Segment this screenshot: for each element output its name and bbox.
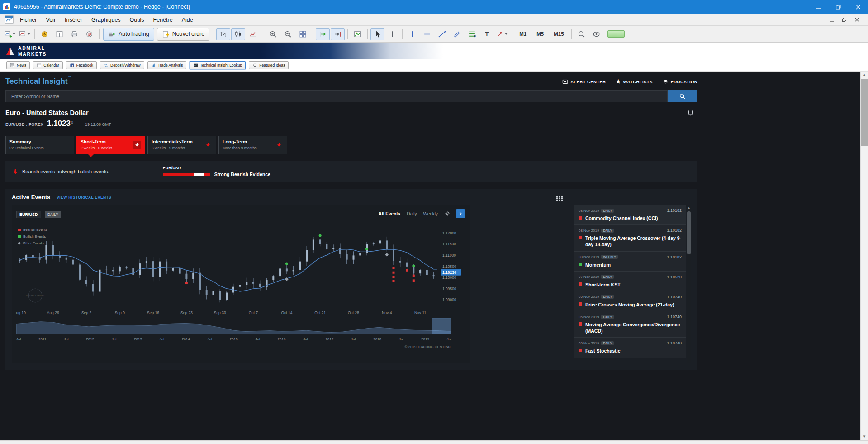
page-scrollbar[interactable]: ▲ ▼ (860, 72, 868, 440)
event-item[interactable]: 05 Nov 2019DAILY1.10740Fast Stochastic (574, 338, 686, 358)
chart-frequency-tag[interactable]: DAILY (45, 211, 61, 218)
trendline-button[interactable] (435, 28, 449, 40)
indicators-button[interactable] (351, 28, 365, 40)
fibonacci-button[interactable]: F (465, 28, 479, 40)
bottom-scroll-strip[interactable] (0, 440, 868, 444)
term-card-short-term[interactable]: Short-Term2 weeks - 6 weeks (76, 136, 145, 154)
event-item[interactable]: 05 Nov 2019DAILY1.10740Moving Average Co… (574, 311, 686, 338)
tab-trade-analysis[interactable]: Trade Analysis (147, 61, 186, 69)
event-item[interactable]: 08 Nov 2019WEEKLY1.10182Momentum (574, 252, 686, 272)
community-button[interactable] (589, 28, 603, 40)
candlestick-button[interactable] (231, 28, 245, 40)
menu-aide[interactable]: Aide (177, 15, 198, 25)
tab-technical-insight-lookup[interactable]: Technical Insight Lookup (190, 61, 246, 69)
timeframe-m15-button[interactable]: M15 (550, 29, 568, 39)
technical-insight-page: Technical Insight™ ALERT CENTER★WATCHLIS… (0, 72, 860, 440)
menu-voir[interactable]: Voir (42, 15, 61, 25)
auto-scroll-button[interactable] (316, 28, 330, 40)
channel-button[interactable] (450, 28, 464, 40)
window-close-button[interactable] (848, 0, 868, 14)
event-item[interactable]: 08 Nov 2019DAILY1.10182Triple Moving Ave… (574, 225, 686, 251)
minimap-chart[interactable] (16, 318, 451, 334)
collapse-events-button[interactable] (456, 209, 465, 218)
facebook-icon: f (70, 63, 75, 68)
mdi-minimize-button[interactable] (825, 15, 837, 24)
event-date: 07 Nov 2019 (579, 275, 599, 279)
grid-view-icon[interactable] (556, 195, 563, 200)
tab-deposit-withdraw[interactable]: Deposit/Withdraw (100, 61, 144, 69)
menu-graphiques[interactable]: Graphiques (87, 15, 125, 25)
menu-fen-tre[interactable]: Fenêtre (149, 15, 177, 25)
dropdown-caret-icon[interactable] (13, 33, 15, 35)
tab-facebook[interactable]: fFacebook (66, 61, 97, 69)
view-historical-events-link[interactable]: VIEW HISTORICAL EVENTS (57, 195, 111, 200)
mdi-close-button[interactable] (851, 15, 863, 24)
filter-weekly[interactable]: Weekly (423, 211, 438, 216)
vertical-line-button[interactable] (405, 28, 419, 40)
filter-all-events[interactable]: All Events (379, 211, 400, 216)
term-card-long-term[interactable]: Long-TermMore than 9 months (218, 136, 287, 154)
line-chart-button[interactable] (246, 28, 260, 40)
filter-daily[interactable]: Daily (407, 211, 417, 216)
data-window-button[interactable] (52, 28, 66, 40)
window-minimize-button[interactable] (808, 0, 828, 14)
events-scroll-up-icon[interactable]: ▲ (687, 205, 691, 209)
events-scrollbar-thumb[interactable] (687, 211, 691, 254)
dropdown-caret-icon[interactable] (505, 33, 508, 35)
tab-featured-ideas[interactable]: Featured Ideas (249, 61, 289, 69)
menu-fichier[interactable]: Fichier (15, 15, 42, 25)
market-watch-button[interactable]: $ (38, 28, 52, 40)
ti-lookup-icon (193, 63, 198, 68)
cursor-button[interactable] (370, 28, 384, 40)
events-scrollbar[interactable]: ▲ (687, 205, 691, 363)
tab-calendar[interactable]: Calendar (33, 61, 63, 69)
arrows-button[interactable] (495, 28, 509, 40)
term-card-summary[interactable]: Summary22 Technical Events (5, 136, 74, 154)
nav-education[interactable]: EDUCATION (663, 78, 697, 85)
event-item[interactable]: 05 Nov 2019DAILY1.10740Price Crosses Mov… (574, 291, 686, 311)
print-button[interactable] (67, 28, 81, 40)
text-button[interactable]: T (480, 28, 494, 40)
alert-bell-icon[interactable] (687, 109, 694, 116)
event-price: 1.10740 (667, 295, 682, 299)
term-selector: Summary22 Technical EventsShort-Term2 we… (5, 136, 697, 154)
term-range: 2 weeks - 6 weeks (81, 146, 141, 150)
chart-settings-icon[interactable] (444, 210, 451, 217)
zoom-out-button[interactable] (281, 28, 295, 40)
horizontal-line-button[interactable] (420, 28, 434, 40)
menu-outils[interactable]: Outils (125, 15, 149, 25)
event-item[interactable]: 07 Nov 2019DAILY1.10520Short-term KST (574, 272, 686, 291)
mdi-restore-button[interactable] (838, 15, 850, 24)
page-scroll-up-icon[interactable]: ▲ (861, 72, 868, 79)
tile-windows-button[interactable] (296, 28, 310, 40)
new-chart-button[interactable] (3, 28, 17, 40)
timeframe-m1-button[interactable]: M1 (515, 29, 531, 39)
zoom-in-button[interactable] (266, 28, 280, 40)
search-button[interactable] (574, 28, 588, 40)
event-item[interactable]: 08 Nov 2019DAILY1.10182Commodity Channel… (574, 205, 686, 225)
nav-alert-center[interactable]: ALERT CENTER (562, 78, 606, 85)
crosshair-button[interactable] (385, 28, 399, 40)
vertical-line-icon (408, 30, 416, 38)
profiles-button[interactable] (18, 28, 32, 40)
term-card-intermediate-term[interactable]: Intermediate-Term6 weeks - 9 months (147, 136, 216, 154)
nouvel-ordre-button[interactable]: Nouvel ordre (157, 28, 210, 41)
minimap-label: Jul (303, 337, 308, 341)
dropdown-caret-icon[interactable] (28, 33, 30, 35)
tester-button[interactable] (82, 28, 96, 40)
nav-watchlists[interactable]: ★WATCHLISTS (616, 78, 652, 85)
price-chart[interactable]: 1.120001.115001.110001.105001.100001.095… (16, 220, 465, 318)
page-scrollbar-thumb[interactable] (861, 79, 868, 146)
instrument-name: Euro - United States Dollar (5, 109, 89, 116)
window-restore-button[interactable] (828, 0, 848, 14)
timeframe-m5-button[interactable]: M5 (532, 29, 548, 39)
chart-shift-button[interactable] (331, 28, 345, 40)
menu-ins-rer[interactable]: Insérer (60, 15, 87, 25)
bar-chart-button[interactable] (216, 28, 230, 40)
tab-news[interactable]: News (6, 61, 30, 69)
arrows-icon (496, 30, 504, 38)
page-scroll-down-icon[interactable]: ▼ (861, 433, 868, 440)
search-button[interactable] (668, 90, 697, 102)
autotrading-button[interactable]: AutoTrading (103, 28, 154, 41)
symbol-search-input[interactable] (5, 90, 668, 102)
